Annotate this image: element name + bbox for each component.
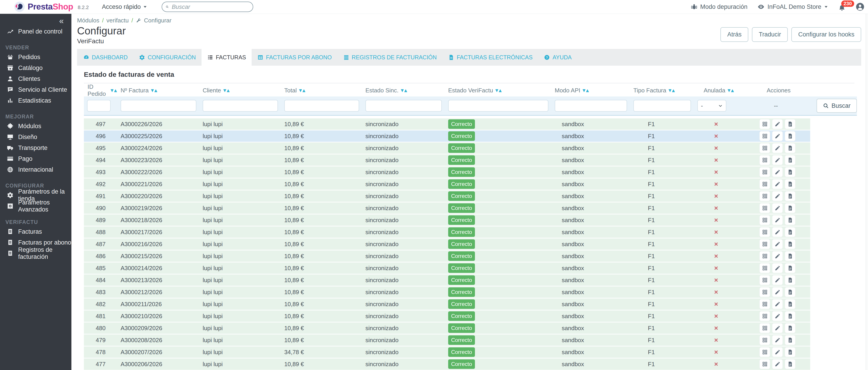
sidebar-item-catalogo[interactable]: Catálogo [0, 63, 71, 73]
qr-action-button[interactable] [760, 239, 770, 249]
edit-action-button[interactable] [772, 275, 783, 285]
doc-action-button[interactable] [785, 143, 796, 153]
doc-action-button[interactable] [785, 239, 796, 249]
filter-estado-sinc-input[interactable] [365, 100, 442, 112]
tab-facturas-por-abono[interactable]: FACTURAS POR ABONO [252, 49, 337, 66]
edit-action-button[interactable] [772, 251, 783, 261]
sidebar-item-parametros-avanzados[interactable]: Parámetros Avanzados [0, 201, 71, 211]
sidebar-item-registros-de-facturacion[interactable]: Registros de facturación [0, 248, 71, 259]
sidebar-item-servicio-al-cliente[interactable]: Servicio al Cliente [0, 84, 71, 95]
sidebar-item-transporte[interactable]: Transporte [0, 142, 71, 153]
edit-action-button[interactable] [772, 347, 783, 357]
page-scrollbar[interactable] [866, 13, 868, 370]
tab-ayuda[interactable]: ? AYUDA [538, 49, 577, 66]
user-avatar[interactable] [856, 2, 864, 11]
edit-action-button[interactable] [772, 299, 783, 309]
qr-action-button[interactable] [760, 131, 770, 141]
qr-action-button[interactable] [760, 155, 770, 165]
breadcrumb-verifactu[interactable]: verifactu [106, 17, 129, 24]
qr-action-button[interactable] [760, 227, 770, 237]
tab-dashboard[interactable]: DASHBOARD [78, 49, 133, 66]
sidebar-item-panel-de-control[interactable]: Panel de control [0, 26, 71, 37]
edit-action-button[interactable] [772, 131, 783, 141]
sidebar-item-diseno[interactable]: Diseño [0, 132, 71, 142]
doc-action-button[interactable] [785, 131, 796, 141]
doc-action-button[interactable] [785, 347, 796, 357]
qr-action-button[interactable] [760, 179, 770, 189]
configure-hooks-button[interactable]: Configurar los hooks [792, 27, 861, 42]
filter-total-input[interactable] [284, 100, 359, 112]
qr-action-button[interactable] [760, 323, 770, 333]
sidebar-collapse-button[interactable]: « [59, 17, 64, 25]
doc-action-button[interactable] [785, 251, 796, 261]
qr-action-button[interactable] [760, 167, 770, 177]
doc-action-button[interactable] [785, 179, 796, 189]
edit-action-button[interactable] [772, 359, 783, 369]
doc-action-button[interactable] [785, 287, 796, 297]
edit-action-button[interactable] [772, 263, 783, 273]
search-input[interactable] [172, 3, 249, 11]
edit-action-button[interactable] [772, 227, 783, 237]
qr-action-button[interactable] [760, 143, 770, 153]
sort-control[interactable]: ▼▲ [401, 88, 408, 93]
tab-registros-de-facturacion[interactable]: REGISTROS DE FACTURACIÓN [338, 49, 442, 66]
tab-facturas[interactable]: FACTURAS [202, 49, 252, 66]
qr-action-button[interactable] [760, 203, 770, 213]
debug-mode-toggle[interactable]: Modo depuración [691, 3, 748, 10]
sidebar-item-modulos[interactable]: Módulos [0, 121, 71, 132]
filter-modo-api-input[interactable] [555, 100, 627, 112]
doc-action-button[interactable] [785, 299, 796, 309]
filter-n-factura-input[interactable] [121, 100, 196, 112]
sort-control[interactable]: ▼▲ [727, 88, 734, 93]
qr-action-button[interactable] [760, 119, 770, 129]
qr-action-button[interactable] [760, 311, 770, 321]
edit-action-button[interactable] [772, 335, 783, 345]
filter-cliente-input[interactable] [203, 100, 278, 112]
doc-action-button[interactable] [785, 191, 796, 201]
sort-control[interactable]: ▼▲ [151, 88, 158, 93]
doc-action-button[interactable] [785, 155, 796, 165]
doc-action-button[interactable] [785, 203, 796, 213]
breadcrumb-modulos[interactable]: Módulos [77, 17, 99, 24]
qr-action-button[interactable] [760, 275, 770, 285]
qr-action-button[interactable] [760, 287, 770, 297]
doc-action-button[interactable] [785, 167, 796, 177]
edit-action-button[interactable] [772, 203, 783, 213]
sidebar-item-facturas[interactable]: Facturas [0, 226, 71, 237]
doc-action-button[interactable] [785, 227, 796, 237]
qr-action-button[interactable] [760, 251, 770, 261]
back-button[interactable]: Atrás [720, 27, 748, 42]
sort-control[interactable]: ▼▲ [111, 88, 117, 93]
sidebar-item-estadisticas[interactable]: Estadísticas [0, 95, 71, 106]
translate-button[interactable]: Traducir [752, 27, 788, 42]
qr-action-button[interactable] [760, 215, 770, 225]
sidebar-item-clientes[interactable]: Clientes [0, 73, 71, 84]
filter-tipo-factura-input[interactable] [633, 100, 691, 112]
qr-action-button[interactable] [760, 263, 770, 273]
edit-action-button[interactable] [772, 119, 783, 129]
sidebar-item-pago[interactable]: Pago [0, 153, 71, 164]
filter-id-pedido-input[interactable] [87, 100, 111, 112]
tab-facturas-electronicas[interactable]: FACTURAS ELECTRÓNICAS [442, 49, 538, 66]
doc-action-button[interactable] [785, 323, 796, 333]
edit-action-button[interactable] [772, 287, 783, 297]
doc-action-button[interactable] [785, 119, 796, 129]
store-viewer[interactable]: InFoAL Demo Store [757, 3, 828, 10]
edit-action-button[interactable] [772, 179, 783, 189]
sort-control[interactable]: ▼▲ [223, 88, 230, 93]
edit-action-button[interactable] [772, 323, 783, 333]
doc-action-button[interactable] [785, 215, 796, 225]
doc-action-button[interactable] [785, 263, 796, 273]
edit-action-button[interactable] [772, 155, 783, 165]
edit-action-button[interactable] [772, 143, 783, 153]
doc-action-button[interactable] [785, 359, 796, 369]
prestashop-logo[interactable]: PrestaShop 8.2.2 [13, 1, 89, 13]
filter-anulada-select[interactable]: - [697, 100, 726, 112]
qr-action-button[interactable] [760, 299, 770, 309]
doc-action-button[interactable] [785, 275, 796, 285]
sidebar-item-pedidos[interactable]: Pedidos [0, 52, 71, 63]
filter-estado-verifactu-input[interactable] [448, 100, 548, 112]
qr-action-button[interactable] [760, 347, 770, 357]
notifications-button[interactable]: 230 [838, 2, 846, 12]
tab-configuracion[interactable]: CONFIGURACIÓN [133, 49, 202, 66]
